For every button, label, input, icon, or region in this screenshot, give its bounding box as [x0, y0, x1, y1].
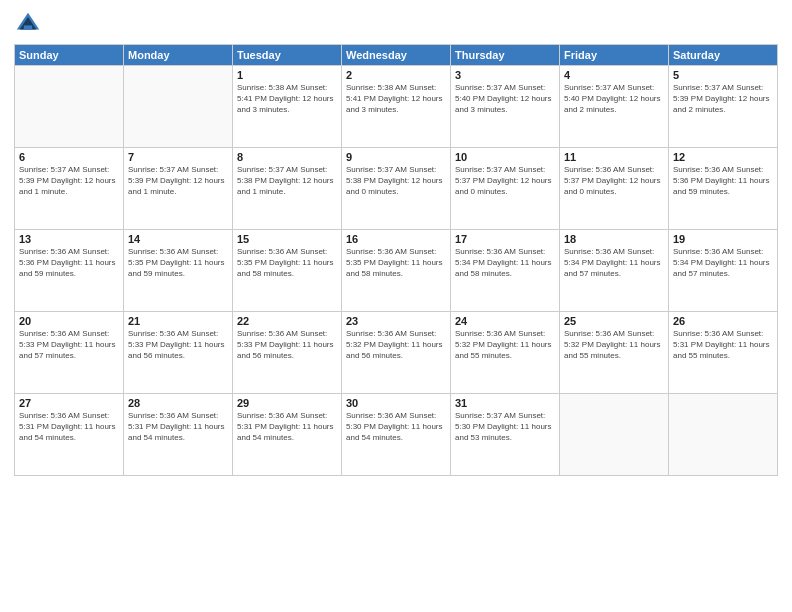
day-number: 21 — [128, 315, 228, 327]
header-day-wednesday: Wednesday — [342, 45, 451, 66]
day-number: 22 — [237, 315, 337, 327]
day-detail: Sunrise: 5:36 AM Sunset: 5:32 PM Dayligh… — [455, 328, 555, 362]
day-detail: Sunrise: 5:36 AM Sunset: 5:34 PM Dayligh… — [564, 246, 664, 280]
day-number: 30 — [346, 397, 446, 409]
calendar-cell: 22Sunrise: 5:36 AM Sunset: 5:33 PM Dayli… — [233, 312, 342, 394]
day-detail: Sunrise: 5:37 AM Sunset: 5:38 PM Dayligh… — [237, 164, 337, 198]
calendar-week-5: 27Sunrise: 5:36 AM Sunset: 5:31 PM Dayli… — [15, 394, 778, 476]
calendar-table: SundayMondayTuesdayWednesdayThursdayFrid… — [14, 44, 778, 476]
day-detail: Sunrise: 5:36 AM Sunset: 5:34 PM Dayligh… — [455, 246, 555, 280]
day-detail: Sunrise: 5:36 AM Sunset: 5:32 PM Dayligh… — [564, 328, 664, 362]
calendar-week-1: 1Sunrise: 5:38 AM Sunset: 5:41 PM Daylig… — [15, 66, 778, 148]
day-detail: Sunrise: 5:36 AM Sunset: 5:34 PM Dayligh… — [673, 246, 773, 280]
day-detail: Sunrise: 5:36 AM Sunset: 5:35 PM Dayligh… — [128, 246, 228, 280]
svg-rect-2 — [24, 25, 32, 29]
calendar-cell: 30Sunrise: 5:36 AM Sunset: 5:30 PM Dayli… — [342, 394, 451, 476]
day-detail: Sunrise: 5:37 AM Sunset: 5:38 PM Dayligh… — [346, 164, 446, 198]
day-number: 26 — [673, 315, 773, 327]
calendar-cell: 12Sunrise: 5:36 AM Sunset: 5:36 PM Dayli… — [669, 148, 778, 230]
calendar-week-2: 6Sunrise: 5:37 AM Sunset: 5:39 PM Daylig… — [15, 148, 778, 230]
calendar-cell: 17Sunrise: 5:36 AM Sunset: 5:34 PM Dayli… — [451, 230, 560, 312]
day-number: 20 — [19, 315, 119, 327]
calendar-cell: 9Sunrise: 5:37 AM Sunset: 5:38 PM Daylig… — [342, 148, 451, 230]
header-day-monday: Monday — [124, 45, 233, 66]
calendar-cell: 3Sunrise: 5:37 AM Sunset: 5:40 PM Daylig… — [451, 66, 560, 148]
day-number: 7 — [128, 151, 228, 163]
day-number: 14 — [128, 233, 228, 245]
day-detail: Sunrise: 5:36 AM Sunset: 5:37 PM Dayligh… — [564, 164, 664, 198]
calendar-cell: 6Sunrise: 5:37 AM Sunset: 5:39 PM Daylig… — [15, 148, 124, 230]
calendar-cell: 11Sunrise: 5:36 AM Sunset: 5:37 PM Dayli… — [560, 148, 669, 230]
day-detail: Sunrise: 5:37 AM Sunset: 5:40 PM Dayligh… — [455, 82, 555, 116]
calendar-cell — [124, 66, 233, 148]
calendar-cell: 24Sunrise: 5:36 AM Sunset: 5:32 PM Dayli… — [451, 312, 560, 394]
day-detail: Sunrise: 5:36 AM Sunset: 5:32 PM Dayligh… — [346, 328, 446, 362]
day-detail: Sunrise: 5:37 AM Sunset: 5:30 PM Dayligh… — [455, 410, 555, 444]
day-number: 4 — [564, 69, 664, 81]
calendar-cell: 14Sunrise: 5:36 AM Sunset: 5:35 PM Dayli… — [124, 230, 233, 312]
logo-icon — [14, 10, 42, 38]
day-number: 27 — [19, 397, 119, 409]
calendar-cell: 25Sunrise: 5:36 AM Sunset: 5:32 PM Dayli… — [560, 312, 669, 394]
calendar-cell: 27Sunrise: 5:36 AM Sunset: 5:31 PM Dayli… — [15, 394, 124, 476]
header-day-friday: Friday — [560, 45, 669, 66]
day-number: 6 — [19, 151, 119, 163]
day-detail: Sunrise: 5:37 AM Sunset: 5:39 PM Dayligh… — [19, 164, 119, 198]
day-number: 13 — [19, 233, 119, 245]
calendar-cell: 28Sunrise: 5:36 AM Sunset: 5:31 PM Dayli… — [124, 394, 233, 476]
day-number: 28 — [128, 397, 228, 409]
day-detail: Sunrise: 5:36 AM Sunset: 5:31 PM Dayligh… — [19, 410, 119, 444]
day-number: 11 — [564, 151, 664, 163]
calendar-cell: 10Sunrise: 5:37 AM Sunset: 5:37 PM Dayli… — [451, 148, 560, 230]
page: SundayMondayTuesdayWednesdayThursdayFrid… — [0, 0, 792, 612]
day-detail: Sunrise: 5:36 AM Sunset: 5:31 PM Dayligh… — [673, 328, 773, 362]
day-detail: Sunrise: 5:36 AM Sunset: 5:33 PM Dayligh… — [19, 328, 119, 362]
calendar-cell: 26Sunrise: 5:36 AM Sunset: 5:31 PM Dayli… — [669, 312, 778, 394]
day-detail: Sunrise: 5:38 AM Sunset: 5:41 PM Dayligh… — [346, 82, 446, 116]
calendar-cell: 15Sunrise: 5:36 AM Sunset: 5:35 PM Dayli… — [233, 230, 342, 312]
day-number: 16 — [346, 233, 446, 245]
calendar-cell: 7Sunrise: 5:37 AM Sunset: 5:39 PM Daylig… — [124, 148, 233, 230]
calendar-cell — [15, 66, 124, 148]
calendar-week-4: 20Sunrise: 5:36 AM Sunset: 5:33 PM Dayli… — [15, 312, 778, 394]
header-day-tuesday: Tuesday — [233, 45, 342, 66]
day-detail: Sunrise: 5:37 AM Sunset: 5:39 PM Dayligh… — [128, 164, 228, 198]
calendar-cell — [560, 394, 669, 476]
day-number: 15 — [237, 233, 337, 245]
day-number: 5 — [673, 69, 773, 81]
day-detail: Sunrise: 5:36 AM Sunset: 5:31 PM Dayligh… — [237, 410, 337, 444]
day-number: 23 — [346, 315, 446, 327]
calendar-cell: 8Sunrise: 5:37 AM Sunset: 5:38 PM Daylig… — [233, 148, 342, 230]
header-day-thursday: Thursday — [451, 45, 560, 66]
header-day-saturday: Saturday — [669, 45, 778, 66]
day-number: 2 — [346, 69, 446, 81]
day-detail: Sunrise: 5:36 AM Sunset: 5:33 PM Dayligh… — [237, 328, 337, 362]
day-number: 8 — [237, 151, 337, 163]
calendar-cell: 5Sunrise: 5:37 AM Sunset: 5:39 PM Daylig… — [669, 66, 778, 148]
calendar-cell: 29Sunrise: 5:36 AM Sunset: 5:31 PM Dayli… — [233, 394, 342, 476]
day-detail: Sunrise: 5:36 AM Sunset: 5:36 PM Dayligh… — [19, 246, 119, 280]
day-number: 12 — [673, 151, 773, 163]
header — [14, 10, 778, 38]
header-day-sunday: Sunday — [15, 45, 124, 66]
calendar-cell: 20Sunrise: 5:36 AM Sunset: 5:33 PM Dayli… — [15, 312, 124, 394]
day-number: 3 — [455, 69, 555, 81]
logo — [14, 10, 44, 38]
day-detail: Sunrise: 5:36 AM Sunset: 5:35 PM Dayligh… — [237, 246, 337, 280]
day-number: 17 — [455, 233, 555, 245]
calendar-cell: 16Sunrise: 5:36 AM Sunset: 5:35 PM Dayli… — [342, 230, 451, 312]
day-detail: Sunrise: 5:37 AM Sunset: 5:37 PM Dayligh… — [455, 164, 555, 198]
day-number: 29 — [237, 397, 337, 409]
calendar-cell — [669, 394, 778, 476]
calendar-cell: 31Sunrise: 5:37 AM Sunset: 5:30 PM Dayli… — [451, 394, 560, 476]
day-detail: Sunrise: 5:36 AM Sunset: 5:35 PM Dayligh… — [346, 246, 446, 280]
day-detail: Sunrise: 5:37 AM Sunset: 5:40 PM Dayligh… — [564, 82, 664, 116]
day-number: 24 — [455, 315, 555, 327]
day-number: 31 — [455, 397, 555, 409]
calendar-cell: 2Sunrise: 5:38 AM Sunset: 5:41 PM Daylig… — [342, 66, 451, 148]
calendar-header-row: SundayMondayTuesdayWednesdayThursdayFrid… — [15, 45, 778, 66]
calendar-cell: 21Sunrise: 5:36 AM Sunset: 5:33 PM Dayli… — [124, 312, 233, 394]
day-number: 25 — [564, 315, 664, 327]
day-number: 1 — [237, 69, 337, 81]
calendar-cell: 1Sunrise: 5:38 AM Sunset: 5:41 PM Daylig… — [233, 66, 342, 148]
